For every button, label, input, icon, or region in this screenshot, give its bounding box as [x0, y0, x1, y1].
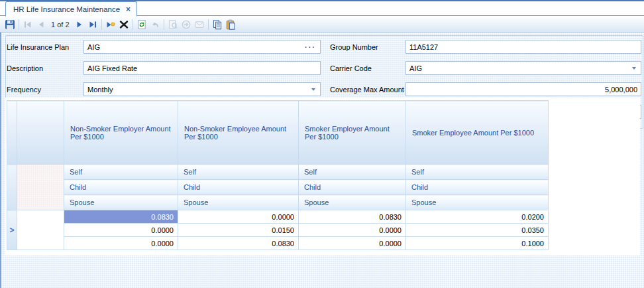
previous-record-icon — [36, 19, 46, 30]
band-row-spouse: Spouse — [299, 195, 406, 210]
life-insurance-plan-field[interactable]: AIG ··· — [83, 40, 321, 54]
paste-icon — [225, 19, 236, 30]
grid-cell[interactable]: 0.0000 — [64, 237, 178, 250]
print-preview-icon — [168, 19, 178, 30]
chevron-down-icon[interactable] — [311, 88, 315, 91]
frequency-label: Frequency — [7, 86, 41, 94]
refresh-icon — [136, 19, 147, 30]
grid-cell[interactable]: 0.0830 — [299, 210, 406, 224]
first-record-icon — [23, 19, 33, 30]
previous-record-button[interactable] — [34, 18, 48, 31]
band-row-spouse: Spouse — [178, 195, 299, 210]
current-record-indicator: > — [7, 210, 17, 250]
column-header-nonsmoker-employee: Non-Smoker Employee Amount Per $1000 — [178, 101, 299, 165]
column-header-nonsmoker-employer: Non-Smoker Employer Amount Per $1000 — [64, 101, 178, 165]
grid-cell[interactable]: 0.0830 — [64, 210, 178, 224]
band-row-child: Child — [64, 180, 178, 195]
coverage-max-amount-field[interactable]: 5,000,000 — [405, 82, 641, 96]
new-record-button[interactable] — [104, 18, 117, 31]
grid-cell[interactable]: 0.0000 — [64, 224, 178, 237]
email-icon — [194, 19, 205, 30]
paste-button[interactable] — [224, 18, 237, 31]
grid-band-header-cell — [17, 101, 64, 165]
group-number-value: 11A5127 — [406, 43, 641, 51]
toolbar: 1 of 2 — [0, 17, 644, 33]
refresh-button[interactable] — [135, 18, 148, 31]
group-number-label: Group Number — [330, 43, 378, 51]
row-indicator-cell — [7, 165, 17, 210]
toolbar-separator — [101, 19, 102, 30]
description-field[interactable]: AIG Fixed Rate — [83, 61, 321, 75]
toolbar-separator — [164, 19, 164, 30]
new-record-icon — [105, 19, 116, 30]
go-to-button[interactable] — [180, 18, 193, 31]
copy-button[interactable] — [211, 18, 224, 31]
band-row-self: Self — [406, 165, 549, 180]
delete-record-icon — [119, 19, 129, 30]
rates-grid: Non-Smoker Employer Amount Per $1000 Non… — [7, 100, 549, 250]
undo-icon — [150, 19, 160, 30]
tab-close-icon[interactable]: × — [126, 5, 131, 13]
save-icon — [5, 19, 15, 30]
carrier-code-value: AIG — [406, 64, 632, 72]
table-row: 0.0000 0.0830 0.0000 0.1000 — [7, 237, 549, 250]
print-preview-button[interactable] — [166, 18, 180, 31]
column-header-smoker-employee: Smoker Employee Amount Per $1000 — [406, 101, 549, 165]
frequency-dropdown[interactable]: Monthly — [83, 82, 321, 96]
email-button[interactable] — [193, 18, 206, 31]
go-to-icon — [181, 19, 191, 30]
toolbar-separator — [208, 19, 209, 30]
tab-hr-life-insurance-maintenance[interactable]: HR Life Insurance Maintenance × — [5, 1, 137, 17]
toolbar-separator — [133, 19, 133, 30]
first-record-button[interactable] — [21, 18, 34, 31]
life-insurance-plan-label: Life Insurance Plan — [7, 43, 69, 51]
description-value: AIG Fixed Rate — [84, 64, 320, 72]
last-record-icon — [87, 19, 98, 30]
next-record-button[interactable] — [73, 18, 86, 31]
band-row-child: Child — [299, 180, 406, 195]
grid-cell[interactable]: 0.0000 — [178, 210, 299, 224]
column-header-smoker-employer: Smoker Employer Amount Per $1000 — [299, 101, 406, 165]
chevron-down-icon[interactable] — [632, 67, 636, 70]
toolbar-separator — [19, 19, 19, 30]
next-record-icon — [74, 19, 85, 30]
band-row-child: Child — [178, 180, 299, 195]
lookup-ellipsis-icon[interactable]: ··· — [305, 43, 320, 51]
description-label: Description — [7, 64, 43, 72]
coverage-max-amount-label: Coverage Max Amount — [330, 86, 404, 94]
grid-corner-cell — [7, 101, 17, 165]
grid-cell[interactable]: 0.0150 — [178, 224, 299, 237]
band-label-cell — [17, 165, 64, 210]
band-row-self: Self — [178, 165, 299, 180]
group-number-field[interactable]: 11A5127 — [405, 40, 641, 54]
band-row-spouse: Spouse — [64, 195, 178, 210]
grid-cell[interactable]: 0.0200 — [406, 210, 549, 224]
copy-icon — [212, 19, 223, 30]
coverage-max-amount-value: 5,000,000 — [406, 86, 641, 94]
life-insurance-plan-value: AIG — [84, 43, 305, 51]
band-label-cell — [17, 210, 64, 250]
grid-cell[interactable]: 0.1000 — [406, 237, 549, 250]
grid-cell[interactable]: 0.0000 — [299, 237, 406, 250]
undo-button[interactable] — [148, 18, 162, 31]
carrier-code-label: Carrier Code — [330, 64, 372, 72]
tab-title: HR Life Insurance Maintenance — [13, 5, 120, 13]
record-arrow-icon: > — [9, 226, 14, 235]
band-row-self: Self — [299, 165, 406, 180]
table-row: > 0.0830 0.0000 0.0830 0.0200 — [7, 210, 549, 224]
delete-record-button[interactable] — [117, 18, 131, 31]
grid-cell[interactable]: 0.0000 — [299, 224, 406, 237]
frequency-value: Monthly — [84, 86, 311, 94]
band-row-child: Child — [406, 180, 549, 195]
carrier-code-dropdown[interactable]: AIG — [405, 61, 641, 75]
grid-cell[interactable]: 0.0830 — [178, 237, 299, 250]
table-row: 0.0000 0.0150 0.0000 0.0350 — [7, 224, 549, 237]
last-record-button[interactable] — [86, 18, 99, 31]
save-button[interactable] — [3, 18, 17, 31]
band-row-spouse: Spouse — [406, 195, 549, 210]
grid-cell[interactable]: 0.0350 — [406, 224, 549, 237]
record-position: 1 of 2 — [51, 21, 70, 29]
band-row-self: Self — [64, 165, 178, 180]
